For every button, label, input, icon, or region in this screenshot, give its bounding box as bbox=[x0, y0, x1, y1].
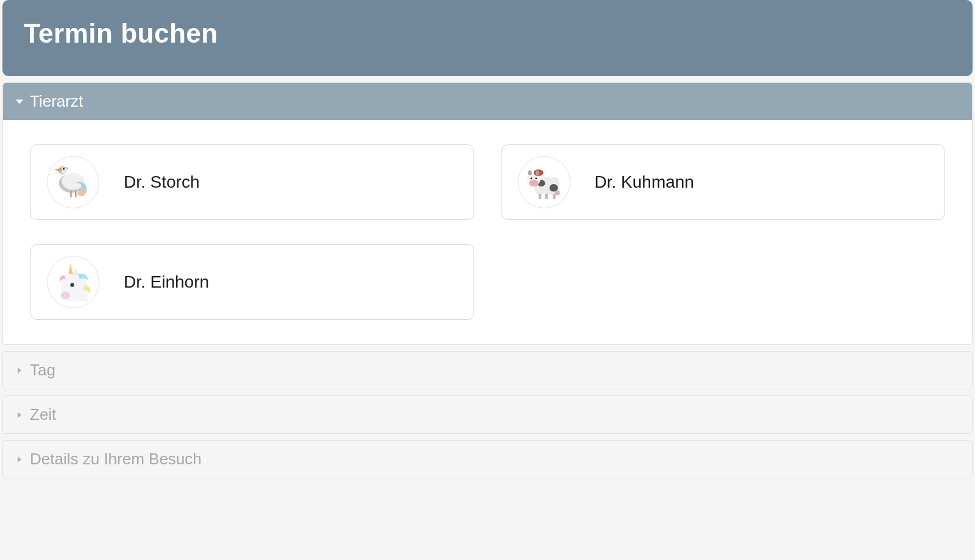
vet-card-kuhmann[interactable]: Dr. Kuhmann bbox=[502, 144, 945, 220]
section-time-header[interactable]: Zeit bbox=[3, 396, 972, 433]
svg-point-25 bbox=[61, 292, 71, 299]
page-header: Termin buchen bbox=[2, 0, 973, 76]
svg-rect-18 bbox=[538, 194, 541, 199]
vet-card-label: Dr. Storch bbox=[124, 172, 199, 192]
svg-rect-20 bbox=[553, 194, 556, 199]
section-day-header[interactable]: Tag bbox=[3, 352, 972, 389]
section-vet-header[interactable]: Tierarzt bbox=[3, 83, 972, 120]
svg-point-21 bbox=[555, 190, 559, 195]
svg-marker-26 bbox=[18, 367, 21, 374]
page-title: Termin buchen bbox=[24, 18, 951, 49]
caret-down-icon bbox=[15, 97, 24, 106]
section-time: Zeit bbox=[2, 395, 973, 434]
svg-point-15 bbox=[535, 171, 539, 175]
cow-icon bbox=[518, 156, 570, 208]
vet-card-storch[interactable]: Dr. Storch bbox=[30, 144, 474, 220]
unicorn-icon bbox=[47, 256, 99, 308]
svg-marker-27 bbox=[18, 412, 21, 418]
svg-point-4 bbox=[63, 168, 65, 170]
section-vet-body: Dr. Storch bbox=[3, 120, 972, 344]
section-vet-label: Tierarzt bbox=[30, 92, 83, 111]
svg-point-16 bbox=[530, 177, 532, 179]
caret-right-icon bbox=[15, 411, 24, 419]
svg-marker-22 bbox=[68, 264, 73, 274]
section-day-label: Tag bbox=[30, 361, 55, 380]
svg-point-12 bbox=[529, 180, 539, 186]
stork-icon bbox=[47, 156, 99, 208]
svg-point-2 bbox=[62, 172, 84, 190]
svg-marker-28 bbox=[18, 456, 21, 463]
caret-right-icon bbox=[15, 455, 24, 464]
section-time-label: Zeit bbox=[30, 405, 56, 424]
svg-point-17 bbox=[535, 177, 537, 179]
caret-right-icon bbox=[15, 366, 24, 375]
svg-point-7 bbox=[78, 189, 85, 196]
svg-rect-6 bbox=[75, 191, 76, 197]
vet-card-einhorn[interactable]: Dr. Einhorn bbox=[30, 244, 474, 320]
svg-marker-0 bbox=[16, 99, 23, 104]
section-day: Tag bbox=[2, 351, 973, 389]
vet-card-label: Dr. Einhorn bbox=[124, 272, 209, 292]
vet-cards: Dr. Storch bbox=[30, 144, 945, 320]
section-details-label: Details zu Ihrem Besuch bbox=[30, 450, 202, 469]
svg-rect-5 bbox=[70, 191, 71, 197]
vet-card-label: Dr. Kuhmann bbox=[595, 172, 694, 192]
svg-point-14 bbox=[528, 171, 531, 175]
svg-point-24 bbox=[70, 283, 74, 287]
section-vet: Tierarzt bbox=[2, 82, 973, 345]
section-details: Details zu Ihrem Besuch bbox=[2, 440, 973, 478]
svg-marker-3 bbox=[54, 168, 62, 172]
svg-rect-19 bbox=[545, 194, 548, 199]
section-details-header[interactable]: Details zu Ihrem Besuch bbox=[3, 441, 972, 478]
